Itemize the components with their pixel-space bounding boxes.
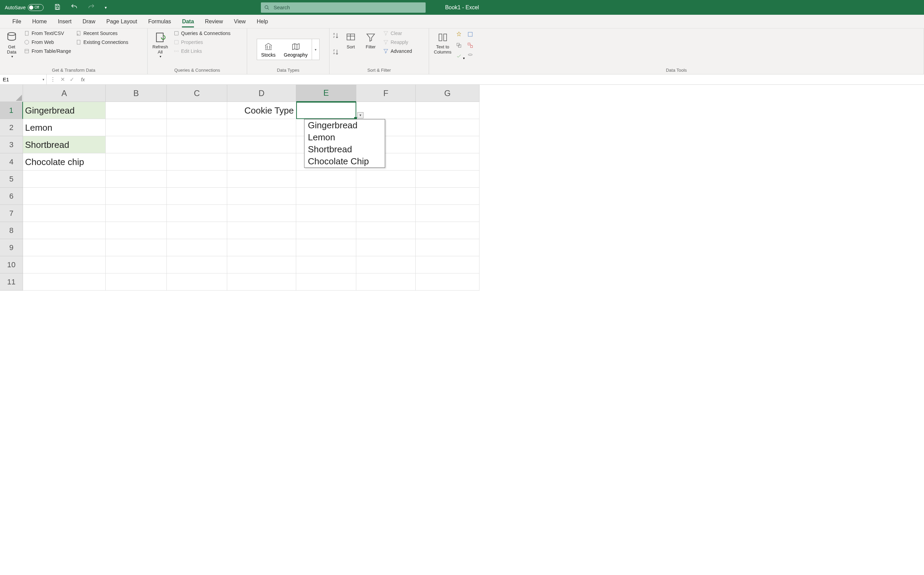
cell-C7[interactable]: [167, 205, 227, 222]
column-header-B[interactable]: B: [106, 85, 167, 102]
get-data-button[interactable]: Get Data ▾: [3, 30, 21, 59]
cell-G4[interactable]: [416, 153, 480, 170]
data-validation-icon[interactable]: ▾: [455, 53, 465, 61]
cell-F8[interactable]: [356, 222, 416, 239]
tab-data[interactable]: Data: [177, 15, 199, 28]
cell-F1[interactable]: [356, 102, 416, 119]
cell-E6[interactable]: [296, 187, 356, 205]
from-table-range-button[interactable]: From Table/Range: [23, 48, 72, 54]
column-header-F[interactable]: F: [356, 85, 416, 102]
datatypes-more-button[interactable]: ▾: [312, 39, 319, 60]
geography-datatype-button[interactable]: Geography: [280, 39, 312, 60]
cell-B8[interactable]: [106, 222, 167, 239]
row-header-6[interactable]: 6: [0, 187, 23, 205]
sort-button[interactable]: Sort: [342, 30, 360, 50]
cell-G6[interactable]: [416, 187, 480, 205]
flash-fill-icon[interactable]: [455, 31, 465, 39]
cell-D10[interactable]: [227, 256, 296, 273]
text-to-columns-button[interactable]: Text to Columns: [432, 30, 453, 55]
tab-file[interactable]: File: [7, 15, 27, 28]
cell-C9[interactable]: [167, 239, 227, 256]
row-header-11[interactable]: 11: [0, 273, 23, 291]
cell-C10[interactable]: [167, 256, 227, 273]
column-header-A[interactable]: A: [23, 85, 106, 102]
tab-view[interactable]: View: [229, 15, 251, 28]
row-header-2[interactable]: 2: [0, 119, 23, 136]
cell-A11[interactable]: [23, 273, 106, 291]
column-header-E[interactable]: E: [296, 85, 356, 102]
search-input[interactable]: [274, 5, 422, 10]
row-header-1[interactable]: 1: [0, 102, 23, 119]
cell-E1[interactable]: [296, 102, 356, 119]
dropdown-item[interactable]: Lemon: [304, 132, 385, 143]
row-header-7[interactable]: 7: [0, 205, 23, 222]
cell-D1[interactable]: Cookie Type: [227, 102, 296, 119]
tab-draw[interactable]: Draw: [77, 15, 100, 28]
qat-customize-icon[interactable]: ▾: [105, 5, 107, 10]
row-header-3[interactable]: 3: [0, 136, 23, 153]
cell-C2[interactable]: [167, 119, 227, 136]
tab-page-layout[interactable]: Page Layout: [101, 15, 143, 28]
from-text-csv-button[interactable]: From Text/CSV: [23, 30, 72, 37]
cell-D11[interactable]: [227, 273, 296, 291]
row-header-5[interactable]: 5: [0, 170, 23, 187]
cell-D6[interactable]: [227, 187, 296, 205]
queries-connections-button[interactable]: Queries & Connections: [172, 30, 232, 37]
cell-C6[interactable]: [167, 187, 227, 205]
save-icon[interactable]: [54, 3, 61, 12]
data-validation-list[interactable]: Gingerbread Lemon Shortbread Chocolate C…: [304, 119, 385, 168]
cell-B9[interactable]: [106, 239, 167, 256]
undo-icon[interactable]: [70, 3, 78, 12]
cell-A3[interactable]: Shortbread: [23, 136, 106, 153]
dropdown-item[interactable]: Chocolate Chip: [304, 156, 385, 167]
cell-D2[interactable]: [227, 119, 296, 136]
cell-F7[interactable]: [356, 205, 416, 222]
cell-B1[interactable]: [106, 102, 167, 119]
enter-icon[interactable]: ✓: [70, 76, 74, 83]
dropdown-item[interactable]: Gingerbread: [304, 119, 385, 132]
cell-F6[interactable]: [356, 187, 416, 205]
row-header-10[interactable]: 10: [0, 256, 23, 273]
cell-B2[interactable]: [106, 119, 167, 136]
cell-C8[interactable]: [167, 222, 227, 239]
cell-E9[interactable]: [296, 239, 356, 256]
recent-sources-button[interactable]: Recent Sources: [75, 30, 130, 37]
cell-A10[interactable]: [23, 256, 106, 273]
manage-data-model-icon[interactable]: [467, 53, 474, 61]
refresh-all-button[interactable]: Refresh All ▾: [150, 30, 170, 59]
cell-C3[interactable]: [167, 136, 227, 153]
cell-D7[interactable]: [227, 205, 296, 222]
consolidate-icon[interactable]: [467, 31, 474, 39]
cell-B11[interactable]: [106, 273, 167, 291]
data-validation-dropdown-button[interactable]: ▼: [357, 112, 364, 118]
cell-A1[interactable]: Gingerbread: [23, 102, 106, 119]
cell-F10[interactable]: [356, 256, 416, 273]
row-header-8[interactable]: 8: [0, 222, 23, 239]
cell-B5[interactable]: [106, 170, 167, 187]
worksheet-grid[interactable]: ABCDEFG 1234567891011 GingerbreadCookie …: [0, 85, 924, 297]
cell-C1[interactable]: [167, 102, 227, 119]
chevron-down-icon[interactable]: ▾: [43, 78, 44, 81]
cell-B3[interactable]: [106, 136, 167, 153]
cell-G8[interactable]: [416, 222, 480, 239]
cell-B10[interactable]: [106, 256, 167, 273]
autosave-toggle[interactable]: AutoSave Off: [5, 4, 44, 11]
tab-help[interactable]: Help: [251, 15, 274, 28]
dropdown-item[interactable]: Shortbread: [304, 143, 385, 156]
cell-D9[interactable]: [227, 239, 296, 256]
select-all-corner[interactable]: [0, 85, 23, 102]
cell-C4[interactable]: [167, 153, 227, 170]
column-header-D[interactable]: D: [227, 85, 296, 102]
cell-G7[interactable]: [416, 205, 480, 222]
advanced-filter-button[interactable]: Advanced: [382, 48, 413, 54]
search-box[interactable]: [261, 2, 426, 13]
cell-D4[interactable]: [227, 153, 296, 170]
tab-review[interactable]: Review: [199, 15, 228, 28]
cell-G10[interactable]: [416, 256, 480, 273]
cell-C11[interactable]: [167, 273, 227, 291]
cell-F9[interactable]: [356, 239, 416, 256]
cell-B6[interactable]: [106, 187, 167, 205]
cell-B4[interactable]: [106, 153, 167, 170]
cell-D3[interactable]: [227, 136, 296, 153]
formula-input[interactable]: [88, 76, 924, 83]
